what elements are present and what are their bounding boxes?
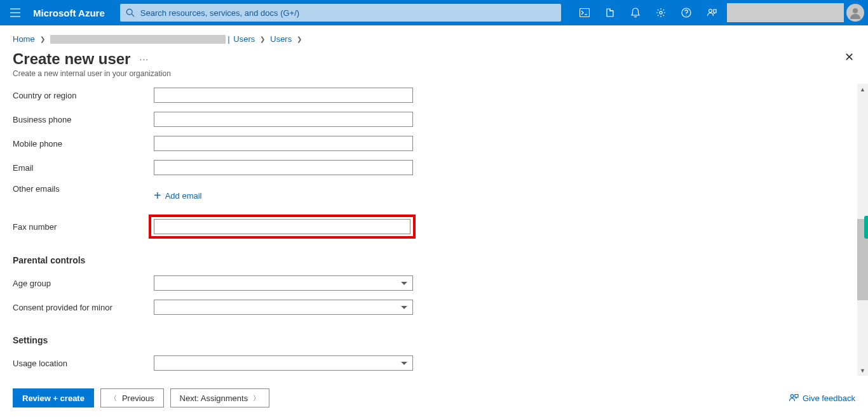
label-age-group: Age group — [13, 279, 154, 288]
hamburger-menu-button[interactable] — [0, 0, 31, 25]
help-icon[interactable] — [674, 0, 699, 25]
label-other-emails: Other emails — [13, 184, 154, 194]
chevron-right-icon: ❯ — [260, 36, 265, 43]
label-email: Email — [13, 163, 154, 173]
mobile-phone-input[interactable] — [154, 136, 413, 151]
scroll-down-arrow-icon[interactable]: ▼ — [857, 365, 868, 376]
add-email-label: Add email — [165, 191, 202, 201]
account-name-redacted[interactable] — [727, 3, 844, 22]
label-business-phone: Business phone — [13, 115, 154, 124]
svg-point-3 — [126, 9, 132, 15]
label-consent-minor: Consent provided for minor — [13, 303, 154, 312]
section-settings: Settings — [13, 335, 844, 345]
chevron-right-icon: ❯ — [40, 36, 45, 43]
svg-point-10 — [709, 10, 712, 13]
crumb-users-1[interactable]: Users — [233, 34, 255, 44]
svg-line-4 — [132, 14, 134, 17]
top-bar: Microsoft Azure — [0, 0, 868, 25]
close-icon[interactable]: ✕ — [844, 50, 854, 64]
svg-rect-5 — [580, 9, 590, 17]
section-parental-controls: Parental controls — [13, 255, 844, 265]
footer-bar: Review + create 〈Previous Next: Assignme… — [13, 379, 855, 417]
settings-gear-icon[interactable] — [648, 0, 674, 25]
plus-icon: + — [154, 189, 161, 202]
breadcrumb: Home ❯ | Users ❯ Users ❯ — [0, 25, 868, 48]
notifications-icon[interactable] — [623, 0, 648, 25]
crumb-home[interactable]: Home — [13, 34, 35, 44]
feedback-person-icon — [789, 393, 799, 403]
global-search-input[interactable] — [139, 8, 556, 18]
give-feedback-link[interactable]: Give feedback — [789, 393, 855, 403]
avatar[interactable] — [846, 4, 864, 22]
usage-location-select[interactable] — [154, 355, 413, 371]
chevron-down-icon — [401, 282, 407, 285]
label-mobile-phone: Mobile phone — [13, 139, 154, 149]
consent-minor-select[interactable] — [154, 300, 413, 315]
scroll-up-arrow-icon[interactable]: ▲ — [857, 84, 868, 95]
page-subtitle: Create a new internal user in your organ… — [13, 69, 855, 78]
chevron-down-icon — [401, 362, 407, 365]
fax-highlight-box — [149, 215, 416, 239]
label-fax: Fax number — [13, 222, 154, 232]
brand-label[interactable]: Microsoft Azure — [31, 8, 115, 18]
label-usage-location: Usage location — [13, 359, 154, 368]
add-email-button[interactable]: + Add email — [154, 189, 413, 202]
next-assignments-button[interactable]: Next: Assignments〉 — [170, 388, 270, 407]
page-title: Create new user — [13, 50, 130, 68]
previous-button[interactable]: 〈Previous — [100, 388, 164, 407]
svg-point-9 — [686, 15, 686, 15]
cloud-shell-icon[interactable] — [572, 0, 597, 25]
fax-input[interactable] — [154, 219, 410, 234]
side-feedback-tab[interactable] — [864, 216, 868, 239]
chevron-right-icon: 〉 — [253, 394, 260, 403]
email-input[interactable] — [154, 160, 413, 175]
more-actions-button[interactable]: ··· — [139, 54, 149, 64]
chevron-down-icon — [401, 306, 407, 309]
crumb-redacted[interactable] — [50, 35, 226, 44]
crumb-users-2[interactable]: Users — [270, 34, 292, 44]
directories-icon[interactable] — [597, 0, 623, 25]
feedback-icon[interactable] — [699, 0, 724, 25]
chevron-right-icon: ❯ — [297, 36, 302, 43]
label-country: Country or region — [13, 91, 154, 100]
top-toolbar — [572, 0, 724, 25]
form-scroll-area: Country or region Business phone Mobile … — [13, 84, 855, 376]
crumb-separator: | — [226, 34, 233, 44]
country-input[interactable] — [154, 88, 413, 103]
svg-point-12 — [790, 395, 794, 398]
chevron-left-icon: 〈 — [110, 394, 117, 403]
age-group-select[interactable] — [154, 275, 413, 291]
review-create-button[interactable]: Review + create — [13, 388, 94, 407]
svg-point-11 — [853, 8, 858, 13]
search-icon — [125, 8, 135, 17]
svg-point-7 — [660, 11, 662, 14]
business-phone-input[interactable] — [154, 112, 413, 127]
global-search-box[interactable] — [120, 4, 561, 22]
